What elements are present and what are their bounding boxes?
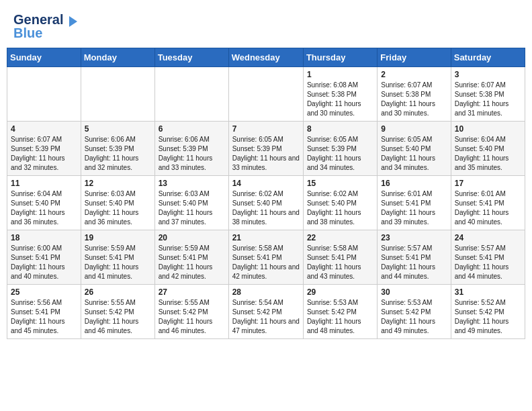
calendar-cell: 15Sunrise: 6:02 AM Sunset: 5:40 PM Dayli…	[303, 175, 377, 230]
day-number: 3	[455, 70, 521, 79]
day-info: Sunrise: 6:04 AM Sunset: 5:40 PM Dayligh…	[11, 189, 77, 227]
calendar-cell: 7Sunrise: 6:05 AM Sunset: 5:39 PM Daylig…	[228, 121, 303, 175]
day-number: 17	[455, 179, 521, 188]
calendar-cell: 8Sunrise: 6:05 AM Sunset: 5:39 PM Daylig…	[303, 121, 377, 175]
day-number: 1	[307, 70, 373, 79]
logo-arrow-icon	[66, 15, 80, 28]
calendar-cell: 3Sunrise: 6:07 AM Sunset: 5:38 PM Daylig…	[451, 66, 525, 121]
day-info: Sunrise: 6:01 AM Sunset: 5:41 PM Dayligh…	[381, 189, 447, 227]
calendar-cell: 4Sunrise: 6:07 AM Sunset: 5:39 PM Daylig…	[7, 121, 81, 175]
day-number: 9	[381, 124, 447, 134]
day-number: 16	[381, 179, 447, 188]
day-of-week-header: Thursday	[303, 48, 377, 66]
day-info: Sunrise: 6:04 AM Sunset: 5:40 PM Dayligh…	[455, 135, 521, 173]
day-info: Sunrise: 5:59 AM Sunset: 5:41 PM Dayligh…	[85, 244, 151, 281]
calendar-cell: 13Sunrise: 6:03 AM Sunset: 5:40 PM Dayli…	[154, 175, 228, 230]
day-info: Sunrise: 6:03 AM Sunset: 5:40 PM Dayligh…	[159, 189, 225, 227]
day-info: Sunrise: 6:07 AM Sunset: 5:38 PM Dayligh…	[381, 81, 447, 118]
calendar-cell: 22Sunrise: 5:58 AM Sunset: 5:41 PM Dayli…	[303, 230, 377, 284]
calendar-cell: 30Sunrise: 5:53 AM Sunset: 5:42 PM Dayli…	[378, 284, 451, 338]
day-number: 6	[159, 124, 225, 134]
day-info: Sunrise: 5:53 AM Sunset: 5:42 PM Dayligh…	[381, 298, 447, 336]
day-info: Sunrise: 5:59 AM Sunset: 5:41 PM Dayligh…	[159, 244, 225, 281]
day-of-week-header: Friday	[378, 48, 451, 66]
day-info: Sunrise: 6:02 AM Sunset: 5:40 PM Dayligh…	[232, 189, 300, 227]
calendar-cell: 21Sunrise: 5:58 AM Sunset: 5:41 PM Dayli…	[228, 230, 303, 284]
day-of-week-header: Monday	[81, 48, 154, 66]
day-info: Sunrise: 6:07 AM Sunset: 5:38 PM Dayligh…	[455, 81, 521, 118]
calendar-cell: 6Sunrise: 6:06 AM Sunset: 5:39 PM Daylig…	[154, 121, 228, 175]
day-info: Sunrise: 5:57 AM Sunset: 5:41 PM Dayligh…	[381, 244, 447, 281]
day-number: 8	[307, 124, 373, 134]
day-info: Sunrise: 5:58 AM Sunset: 5:41 PM Dayligh…	[307, 244, 373, 281]
calendar-cell	[154, 66, 228, 121]
day-number: 29	[307, 287, 373, 297]
day-number: 19	[85, 233, 151, 242]
day-info: Sunrise: 6:05 AM Sunset: 5:39 PM Dayligh…	[307, 135, 373, 173]
calendar-cell: 18Sunrise: 6:00 AM Sunset: 5:41 PM Dayli…	[7, 230, 81, 284]
day-info: Sunrise: 5:54 AM Sunset: 5:42 PM Dayligh…	[232, 298, 300, 336]
day-info: Sunrise: 6:01 AM Sunset: 5:41 PM Dayligh…	[455, 189, 521, 227]
day-number: 12	[85, 179, 151, 188]
logo-area: General Blue	[13, 12, 80, 41]
day-number: 27	[159, 287, 225, 297]
day-number: 25	[11, 287, 77, 297]
day-info: Sunrise: 5:58 AM Sunset: 5:41 PM Dayligh…	[232, 244, 300, 281]
day-number: 5	[85, 124, 151, 134]
calendar-cell: 19Sunrise: 5:59 AM Sunset: 5:41 PM Dayli…	[81, 230, 154, 284]
day-info: Sunrise: 6:05 AM Sunset: 5:40 PM Dayligh…	[381, 135, 447, 173]
day-number: 21	[232, 233, 300, 242]
day-number: 28	[232, 287, 300, 297]
day-number: 18	[11, 233, 77, 242]
day-info: Sunrise: 5:57 AM Sunset: 5:41 PM Dayligh…	[455, 244, 521, 281]
day-info: Sunrise: 6:07 AM Sunset: 5:39 PM Dayligh…	[11, 135, 77, 173]
day-number: 26	[85, 287, 151, 297]
day-info: Sunrise: 5:56 AM Sunset: 5:41 PM Dayligh…	[11, 298, 77, 336]
day-info: Sunrise: 5:53 AM Sunset: 5:42 PM Dayligh…	[307, 298, 373, 336]
day-info: Sunrise: 5:55 AM Sunset: 5:42 PM Dayligh…	[159, 298, 225, 336]
calendar-cell	[7, 66, 81, 121]
day-info: Sunrise: 5:52 AM Sunset: 5:42 PM Dayligh…	[455, 298, 521, 336]
calendar-cell: 9Sunrise: 6:05 AM Sunset: 5:40 PM Daylig…	[378, 121, 451, 175]
day-number: 22	[307, 233, 373, 242]
day-number: 2	[381, 70, 447, 79]
day-number: 23	[381, 233, 447, 242]
calendar-cell: 27Sunrise: 5:55 AM Sunset: 5:42 PM Dayli…	[154, 284, 228, 338]
calendar-cell: 14Sunrise: 6:02 AM Sunset: 5:40 PM Dayli…	[228, 175, 303, 230]
day-number: 24	[455, 233, 521, 242]
day-info: Sunrise: 6:03 AM Sunset: 5:40 PM Dayligh…	[85, 189, 151, 227]
day-info: Sunrise: 5:55 AM Sunset: 5:42 PM Dayligh…	[85, 298, 151, 336]
day-number: 14	[232, 179, 300, 188]
calendar-cell: 2Sunrise: 6:07 AM Sunset: 5:38 PM Daylig…	[378, 66, 451, 121]
day-number: 31	[455, 287, 521, 297]
day-number: 11	[11, 179, 77, 188]
day-number: 7	[232, 124, 300, 134]
calendar-cell: 31Sunrise: 5:52 AM Sunset: 5:42 PM Dayli…	[451, 284, 525, 338]
calendar-cell: 11Sunrise: 6:04 AM Sunset: 5:40 PM Dayli…	[7, 175, 81, 230]
calendar-cell: 12Sunrise: 6:03 AM Sunset: 5:40 PM Dayli…	[81, 175, 154, 230]
day-number: 20	[159, 233, 225, 242]
calendar-cell: 25Sunrise: 5:56 AM Sunset: 5:41 PM Dayli…	[7, 284, 81, 338]
day-number: 4	[11, 124, 77, 134]
day-info: Sunrise: 6:00 AM Sunset: 5:41 PM Dayligh…	[11, 244, 77, 281]
day-of-week-header: Wednesday	[228, 48, 303, 66]
svg-marker-0	[69, 16, 77, 27]
logo-blue-text: Blue	[13, 26, 42, 41]
day-number: 15	[307, 179, 373, 188]
page-header: General Blue	[7, 7, 525, 44]
day-number: 13	[159, 179, 225, 188]
calendar-cell: 10Sunrise: 6:04 AM Sunset: 5:40 PM Dayli…	[451, 121, 525, 175]
day-info: Sunrise: 6:06 AM Sunset: 5:39 PM Dayligh…	[85, 135, 151, 173]
day-info: Sunrise: 6:05 AM Sunset: 5:39 PM Dayligh…	[232, 135, 300, 173]
day-of-week-header: Sunday	[7, 48, 81, 66]
day-info: Sunrise: 6:02 AM Sunset: 5:40 PM Dayligh…	[307, 189, 373, 227]
calendar-cell: 17Sunrise: 6:01 AM Sunset: 5:41 PM Dayli…	[451, 175, 525, 230]
day-info: Sunrise: 6:08 AM Sunset: 5:38 PM Dayligh…	[307, 81, 373, 118]
calendar-cell: 23Sunrise: 5:57 AM Sunset: 5:41 PM Dayli…	[378, 230, 451, 284]
calendar-cell	[81, 66, 154, 121]
calendar-cell: 29Sunrise: 5:53 AM Sunset: 5:42 PM Dayli…	[303, 284, 377, 338]
day-number: 10	[455, 124, 521, 134]
calendar-cell: 20Sunrise: 5:59 AM Sunset: 5:41 PM Dayli…	[154, 230, 228, 284]
calendar-cell: 26Sunrise: 5:55 AM Sunset: 5:42 PM Dayli…	[81, 284, 154, 338]
calendar-cell: 24Sunrise: 5:57 AM Sunset: 5:41 PM Dayli…	[451, 230, 525, 284]
